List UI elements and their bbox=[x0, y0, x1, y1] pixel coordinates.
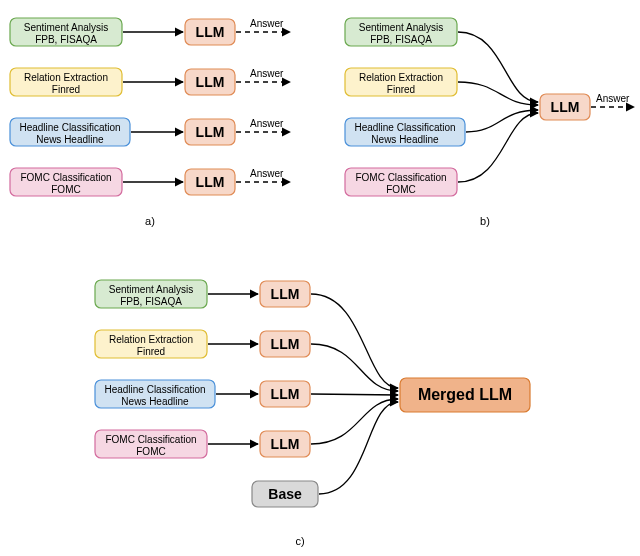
svg-text:FOMC: FOMC bbox=[51, 184, 80, 195]
llm-a-1: LLM bbox=[185, 19, 235, 45]
svg-text:LLM: LLM bbox=[271, 436, 300, 452]
arrow bbox=[311, 399, 398, 444]
llm-c-2: LLM bbox=[260, 331, 310, 357]
svg-text:FPB, FISAQA: FPB, FISAQA bbox=[370, 34, 432, 45]
panel-b: Sentiment Analysis FPB, FISAQA Relation … bbox=[345, 18, 634, 227]
answer-label: Answer bbox=[250, 168, 284, 179]
svg-text:Headline Classification: Headline Classification bbox=[354, 122, 455, 133]
task-fomc: FOMC Classification FOMC bbox=[10, 168, 122, 196]
task-fomc: FOMC Classification FOMC bbox=[345, 168, 457, 196]
svg-text:Relation Extraction: Relation Extraction bbox=[109, 334, 193, 345]
svg-text:LLM: LLM bbox=[271, 286, 300, 302]
arrow bbox=[466, 110, 538, 132]
task-headline: Headline Classification News Headline bbox=[10, 118, 130, 146]
panel-label-c: c) bbox=[295, 535, 304, 547]
svg-text:Sentiment Analysis: Sentiment Analysis bbox=[109, 284, 194, 295]
svg-text:Headline Classification: Headline Classification bbox=[104, 384, 205, 395]
panel-a: Sentiment Analysis FPB, FISAQA Relation … bbox=[10, 18, 290, 227]
svg-text:LLM: LLM bbox=[196, 24, 225, 40]
llm-a-3: LLM bbox=[185, 119, 235, 145]
svg-text:FOMC Classification: FOMC Classification bbox=[105, 434, 196, 445]
arrow bbox=[458, 82, 538, 105]
svg-text:Merged LLM: Merged LLM bbox=[418, 386, 512, 403]
svg-text:Sentiment Analysis: Sentiment Analysis bbox=[24, 22, 109, 33]
task-sentiment: Sentiment Analysis FPB, FISAQA bbox=[10, 18, 122, 46]
arrow bbox=[311, 294, 398, 388]
svg-text:News Headline: News Headline bbox=[36, 134, 104, 145]
svg-text:Relation Extraction: Relation Extraction bbox=[359, 72, 443, 83]
svg-text:FOMC: FOMC bbox=[386, 184, 415, 195]
svg-text:LLM: LLM bbox=[196, 74, 225, 90]
svg-text:FOMC Classification: FOMC Classification bbox=[355, 172, 446, 183]
svg-text:Finred: Finred bbox=[52, 84, 80, 95]
svg-text:Relation Extraction: Relation Extraction bbox=[24, 72, 108, 83]
task-fomc: FOMC Classification FOMC bbox=[95, 430, 207, 458]
arrow bbox=[311, 394, 398, 395]
answer-label: Answer bbox=[250, 68, 284, 79]
task-headline: Headline Classification News Headline bbox=[345, 118, 465, 146]
merged-llm: Merged LLM bbox=[400, 378, 530, 412]
arrow bbox=[458, 32, 538, 102]
svg-text:LLM: LLM bbox=[551, 99, 580, 115]
svg-text:Headline Classification: Headline Classification bbox=[19, 122, 120, 133]
panel-label-b: b) bbox=[480, 215, 490, 227]
task-relation: Relation Extraction Finred bbox=[95, 330, 207, 358]
llm-c-1: LLM bbox=[260, 281, 310, 307]
task-headline: Headline Classification News Headline bbox=[95, 380, 215, 408]
svg-text:Finred: Finred bbox=[387, 84, 415, 95]
svg-text:LLM: LLM bbox=[271, 386, 300, 402]
svg-text:FPB, FISAQA: FPB, FISAQA bbox=[35, 34, 97, 45]
task-sentiment: Sentiment Analysis FPB, FISAQA bbox=[345, 18, 457, 46]
svg-text:Sentiment Analysis: Sentiment Analysis bbox=[359, 22, 444, 33]
llm-b: LLM bbox=[540, 94, 590, 120]
llm-a-2: LLM bbox=[185, 69, 235, 95]
task-sentiment: Sentiment Analysis FPB, FISAQA bbox=[95, 280, 207, 308]
base-box: Base bbox=[252, 481, 318, 507]
answer-label: Answer bbox=[250, 18, 284, 29]
llm-a-4: LLM bbox=[185, 169, 235, 195]
arrow bbox=[319, 402, 398, 494]
arrow bbox=[458, 113, 538, 182]
svg-text:FPB, FISAQA: FPB, FISAQA bbox=[120, 296, 182, 307]
panel-c: Sentiment Analysis FPB, FISAQA Relation … bbox=[95, 280, 530, 547]
svg-text:Base: Base bbox=[268, 486, 302, 502]
svg-text:FOMC: FOMC bbox=[136, 446, 165, 457]
llm-c-3: LLM bbox=[260, 381, 310, 407]
answer-label: Answer bbox=[596, 93, 630, 104]
panel-label-a: a) bbox=[145, 215, 155, 227]
svg-text:Finred: Finred bbox=[137, 346, 165, 357]
task-relation: Relation Extraction Finred bbox=[10, 68, 122, 96]
task-relation: Relation Extraction Finred bbox=[345, 68, 457, 96]
llm-c-4: LLM bbox=[260, 431, 310, 457]
svg-text:FOMC Classification: FOMC Classification bbox=[20, 172, 111, 183]
arrow bbox=[311, 344, 398, 391]
svg-text:LLM: LLM bbox=[196, 124, 225, 140]
svg-text:News Headline: News Headline bbox=[121, 396, 189, 407]
answer-label: Answer bbox=[250, 118, 284, 129]
svg-text:News Headline: News Headline bbox=[371, 134, 439, 145]
svg-text:LLM: LLM bbox=[271, 336, 300, 352]
svg-text:LLM: LLM bbox=[196, 174, 225, 190]
